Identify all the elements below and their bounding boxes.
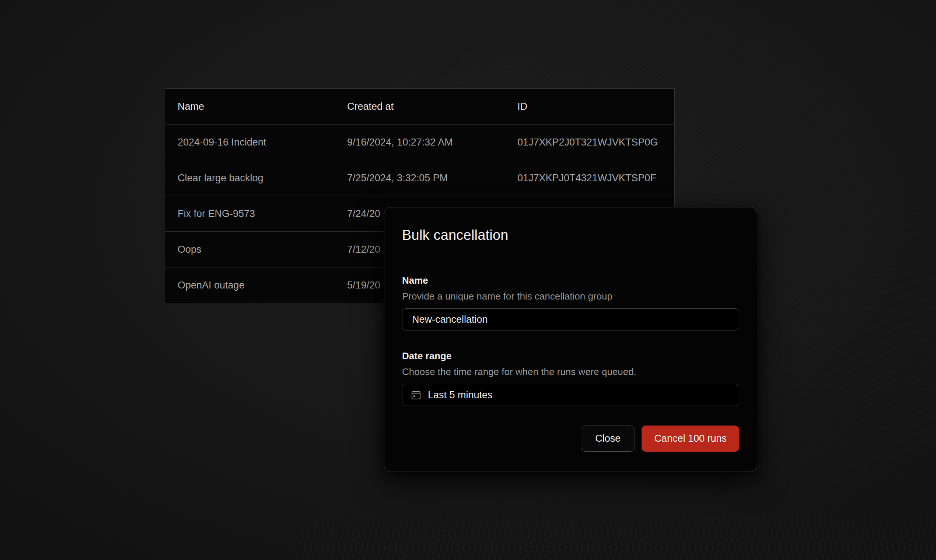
name-field-group: Name Provide a unique name for this canc… bbox=[402, 275, 739, 331]
cell-id: 01J7XKPJ0T4321WJVKTSP0F bbox=[517, 172, 674, 184]
table-row[interactable]: Clear large backlog 7/25/2024, 3:32:05 P… bbox=[165, 160, 674, 195]
cell-created-at: 9/16/2024, 10:27:32 AM bbox=[347, 137, 517, 148]
column-header-name: Name bbox=[165, 101, 347, 112]
date-range-label: Date range bbox=[402, 350, 739, 362]
name-field-label: Name bbox=[402, 275, 739, 286]
background-mesh-pattern bbox=[302, 505, 936, 560]
cancel-runs-button[interactable]: Cancel 100 runs bbox=[642, 426, 739, 452]
bulk-cancellation-dialog: Bulk cancellation Name Provide a unique … bbox=[384, 207, 757, 472]
table-row[interactable]: 2024-09-16 Incident 9/16/2024, 10:27:32 … bbox=[165, 124, 674, 160]
date-range-field-group: Date range Choose the time range for whe… bbox=[402, 350, 739, 406]
cell-created-at: 7/25/2024, 3:32:05 PM bbox=[347, 172, 517, 184]
column-header-id: ID bbox=[517, 101, 674, 112]
calendar-icon bbox=[411, 389, 422, 400]
date-range-description: Choose the time range for when the runs … bbox=[402, 366, 739, 378]
close-button[interactable]: Close bbox=[581, 426, 635, 452]
cancellation-name-input[interactable] bbox=[402, 308, 739, 331]
cell-name: 2024-09-16 Incident bbox=[165, 137, 347, 148]
cell-name: Oops bbox=[165, 244, 347, 255]
name-field-description: Provide a unique name for this cancellat… bbox=[402, 291, 739, 302]
dialog-footer: Close Cancel 100 runs bbox=[581, 426, 739, 452]
date-range-select[interactable]: Last 5 minutes bbox=[402, 384, 739, 406]
dialog-title: Bulk cancellation bbox=[402, 227, 739, 243]
cell-name: OpenAI outage bbox=[165, 280, 347, 291]
cell-name: Clear large backlog bbox=[165, 172, 347, 184]
table-header-row: Name Created at ID bbox=[165, 89, 674, 124]
column-header-created-at: Created at bbox=[347, 101, 517, 112]
cell-id: 01J7XKP2J0T321WJVKTSP0G bbox=[517, 137, 674, 148]
date-range-value: Last 5 minutes bbox=[428, 389, 493, 401]
cell-name: Fix for ENG-9573 bbox=[165, 208, 347, 220]
